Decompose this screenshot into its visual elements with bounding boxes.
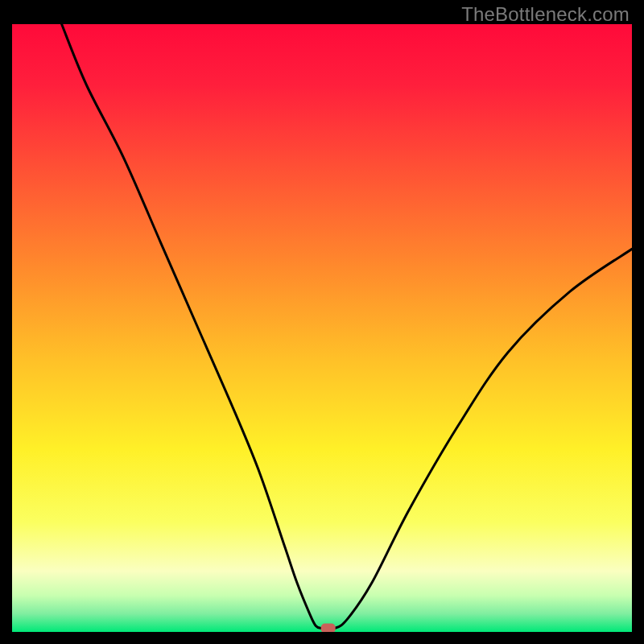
minimum-marker	[321, 623, 336, 632]
gradient-background	[12, 24, 632, 632]
chart-frame	[12, 24, 632, 632]
chart-container: TheBottleneck.com	[0, 0, 644, 644]
bottleneck-chart	[12, 24, 632, 632]
attribution-text: TheBottleneck.com	[461, 3, 630, 26]
